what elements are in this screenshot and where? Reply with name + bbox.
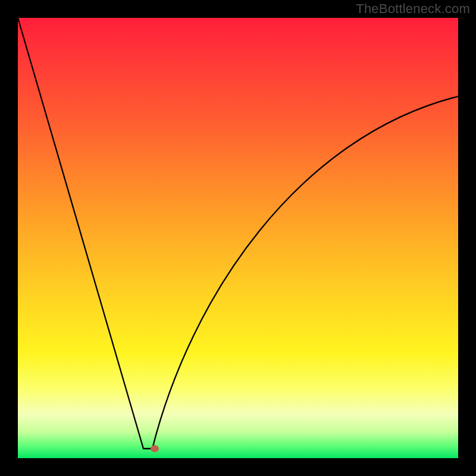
watermark-text: TheBottleneck.com bbox=[356, 1, 470, 17]
min-marker-dot bbox=[151, 445, 159, 452]
curve-right-segment bbox=[152, 96, 458, 449]
chart-frame: TheBottleneck.com bbox=[0, 0, 476, 476]
curve-left-segment bbox=[18, 18, 143, 449]
bottleneck-curve bbox=[18, 18, 458, 458]
plot-area bbox=[18, 18, 458, 458]
